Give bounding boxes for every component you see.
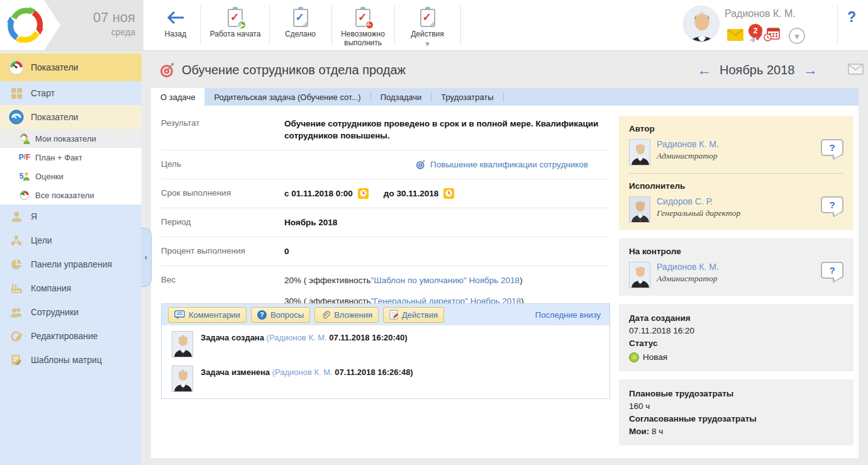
tab-parent-task[interactable]: Родительская задача (Обучение сот...) [204, 88, 370, 106]
period-value: Ноябрь 2018 [284, 216, 609, 228]
app-logo-icon [6, 6, 45, 45]
executor-label: Исполнитель [629, 181, 843, 191]
planned-labor-label: Плановые трудозатраты [629, 388, 843, 400]
status-label: Статус [629, 337, 843, 350]
clipboard-check-icon: ✓ [293, 7, 308, 28]
question-bubble-icon[interactable]: ? [821, 262, 843, 279]
top-header: 07 ноя среда [0, 0, 868, 51]
person-icon [8, 211, 25, 223]
toolbar-separator [200, 5, 201, 45]
work-started-button[interactable]: ✓▶ Работа начата [203, 0, 268, 50]
agreed-labor-label: Согласованные трудозатраты [629, 413, 843, 425]
status-star-icon: ★ [629, 352, 639, 362]
goal-link[interactable]: Повышение квалификации сотрудников [430, 159, 588, 171]
chevron-down-icon: ▾ [425, 39, 430, 48]
sidebar-item-plan-fact[interactable]: P/F План + Факт [0, 148, 142, 167]
sidebar-item-indicators[interactable]: Показатели [0, 105, 142, 129]
clock-icon[interactable] [358, 188, 369, 199]
my-labor-value: 8 ч [652, 427, 663, 436]
comments-button[interactable]: Комментарии [168, 307, 247, 323]
sidebar-item-my-indicators[interactable]: Мои показатели [0, 129, 142, 148]
next-month-arrow[interactable]: → [803, 62, 817, 77]
user-avatar[interactable] [683, 6, 720, 42]
comment-author-avatar[interactable] [172, 331, 193, 357]
executor-row: Сидоров С. Р. Генеральный директор ? [629, 196, 843, 223]
field-goal: Цель Повышение квалификации сотрудников [161, 150, 609, 179]
clipboard-actions-icon: ✓ [420, 7, 435, 28]
term-from: с 01.11.2018 0:00 [284, 188, 353, 199]
questions-button[interactable]: ? Вопросы [251, 307, 310, 323]
sidebar-item-editing[interactable]: Редактирование [0, 324, 142, 348]
actions-log-button[interactable]: Действия [383, 307, 444, 323]
tab-subtasks[interactable]: Подзадачи [371, 88, 431, 106]
actions-menu-button[interactable]: ✓ Действия ▾ [396, 0, 459, 50]
author-avatar[interactable] [629, 139, 650, 165]
comments-list: Задача создана (Радионов К. М. 07.11.201… [162, 325, 609, 395]
pie-chart-icon [8, 259, 25, 270]
sidebar-item-matrix-templates[interactable]: Шаблоны матриц [0, 348, 142, 372]
tasks-notification-icon[interactable]: ✓ 2 [752, 30, 755, 42]
prev-month-arrow[interactable]: ← [697, 62, 711, 77]
sidebar-item-goals[interactable]: Цели [0, 228, 142, 252]
question-bubble-icon[interactable]: ? [821, 139, 843, 156]
attachments-button[interactable]: Вложения [314, 307, 379, 323]
comment-item: Задача создана (Радионов К. М. 07.11.201… [162, 325, 609, 360]
sort-order-link[interactable]: Последние внизу [535, 310, 603, 320]
control-role: Администратор [657, 274, 719, 284]
comment-item: Задача изменена (Радионов К. М. 07.11.20… [162, 360, 609, 395]
tab-labor-costs[interactable]: Трудозатраты [431, 88, 503, 106]
sidebar-item-employees[interactable]: Сотрудники [0, 300, 142, 324]
author-name-link[interactable]: Радионов К. М. [657, 139, 719, 149]
clipboard-play-icon: ✓▶ [228, 7, 243, 28]
sidebar-item-dashboards[interactable]: Панели управления [0, 252, 142, 276]
weight-template-link[interactable]: "Шаблон по умолчанию" Ноябрь 2018 [371, 274, 520, 286]
impossible-button[interactable]: ✓− Невозможно выполнить [333, 0, 393, 50]
tab-about-task[interactable]: О задаче [151, 88, 204, 106]
executor-avatar[interactable] [629, 196, 650, 223]
sidebar-item-company[interactable]: Компания [0, 276, 142, 300]
question-bubble-icon[interactable]: ? [821, 196, 843, 213]
task-tabs: О задаче Родительская задача (Обучение с… [151, 88, 859, 106]
help-button[interactable]: ? [847, 9, 856, 26]
gauge-icon [8, 59, 25, 76]
sidebar-item-start[interactable]: Старт [0, 81, 142, 105]
comment-author-link[interactable]: (Радионов К. М. [272, 367, 333, 377]
status-row: ★ Новая [629, 351, 843, 364]
calendar-clock-icon[interactable] [764, 28, 780, 44]
sidebar-item-grades[interactable]: 5 Оценки [0, 167, 142, 186]
sidebar-item-me[interactable]: Я [0, 204, 142, 228]
current-weekday: среда [63, 26, 135, 38]
comment-author-avatar[interactable] [172, 366, 193, 392]
people-icon [8, 307, 25, 318]
comments-box: Комментарии ? Вопросы Вложения [161, 303, 610, 399]
executor-name-link[interactable]: Сидоров С. Р. [657, 196, 740, 206]
control-avatar[interactable] [629, 262, 650, 288]
card-divider [629, 173, 843, 174]
gauge-pencil-icon [8, 330, 25, 342]
period-mail-icon[interactable] [848, 64, 864, 77]
task-aside: Автор Радионов К. М. Администратор ? Исп… [619, 116, 854, 445]
sidebar-collapse-handle[interactable]: ‹ [141, 228, 152, 287]
author-row: Радионов К. М. Администратор ? [629, 139, 843, 165]
back-button[interactable]: Назад [151, 0, 200, 50]
grade-person-icon: 5 [19, 172, 30, 181]
sidebar-section-indicators[interactable]: Показатели [0, 53, 142, 81]
mail-icon[interactable] [727, 29, 743, 43]
clock-icon[interactable] [443, 188, 454, 199]
sidebar-subsection: Мои показатели P/F План + Факт 5 Оценки [0, 129, 142, 204]
done-button[interactable]: ✓ Сделано [270, 0, 330, 50]
comment-author-link[interactable]: (Радионов К. М. [267, 333, 327, 342]
field-percent: Процент выполнения 0 [161, 237, 609, 266]
my-labor-row: Мои: 8 ч [629, 425, 843, 438]
control-name-link[interactable]: Радионов К. М. [657, 262, 719, 272]
user-menu-chevron-icon[interactable]: ▾ [789, 28, 805, 44]
control-label: На контроле [629, 247, 843, 256]
paperclip-icon [321, 310, 330, 320]
goals-network-icon [8, 235, 25, 246]
toolbar-separator [460, 5, 461, 45]
user-name[interactable]: Радионов К. М. [725, 8, 832, 20]
sidebar-item-all-indicators[interactable]: Все показатели [0, 186, 142, 204]
field-result: Результат Обучение сотрудников проведено… [161, 109, 609, 150]
period-label: Ноябрь 2018 [720, 63, 794, 77]
author-label: Автор [629, 124, 843, 133]
